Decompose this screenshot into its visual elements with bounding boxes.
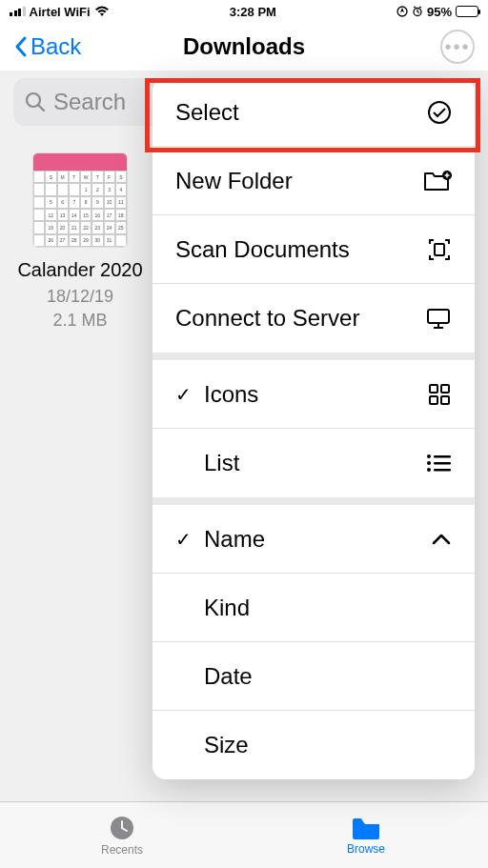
svg-rect-6 xyxy=(428,310,449,323)
scan-icon xyxy=(427,237,452,262)
check-icon: ✓ xyxy=(175,383,196,406)
svg-rect-18 xyxy=(353,818,362,823)
alarm-icon xyxy=(412,6,423,17)
menu-label: Scan Documents xyxy=(175,236,350,263)
tab-label: Recents xyxy=(101,843,143,857)
wifi-icon xyxy=(94,6,110,17)
svg-rect-16 xyxy=(434,469,451,472)
location-icon xyxy=(396,6,408,17)
svg-rect-12 xyxy=(434,455,451,458)
menu-label: Date xyxy=(204,663,253,690)
cellular-signal-icon xyxy=(10,7,26,16)
menu-scan-documents[interactable]: Scan Documents xyxy=(152,215,475,284)
svg-point-3 xyxy=(429,102,450,123)
status-time: 3:28 PM xyxy=(230,5,276,19)
chevron-up-icon xyxy=(431,533,452,546)
menu-separator xyxy=(152,353,475,360)
more-button[interactable]: ••• xyxy=(440,30,475,64)
folder-plus-icon xyxy=(423,170,452,192)
status-bar: Airtel WiFi 3:28 PM 95% xyxy=(0,0,488,23)
file-size: 2.1 MB xyxy=(13,309,147,333)
list-icon xyxy=(425,454,452,473)
file-date: 18/12/19 xyxy=(13,285,147,309)
ellipsis-icon: ••• xyxy=(444,36,470,58)
page-title: Downloads xyxy=(183,33,305,60)
menu-separator xyxy=(152,497,475,505)
menu-label: Kind xyxy=(204,595,250,621)
menu-select[interactable]: Select xyxy=(152,78,475,147)
folder-icon xyxy=(351,816,381,840)
svg-point-15 xyxy=(427,468,431,472)
status-right: 95% xyxy=(396,5,478,19)
carrier-label: Airtel WiFi xyxy=(30,5,91,19)
tab-browse[interactable]: Browse xyxy=(244,802,488,868)
svg-rect-7 xyxy=(430,385,437,393)
menu-sort-name[interactable]: ✓ Name xyxy=(152,505,475,574)
menu-sort-size[interactable]: Size xyxy=(152,711,475,779)
tab-recents[interactable]: Recents xyxy=(0,802,244,868)
check-icon: ✓ xyxy=(175,528,196,551)
status-left: Airtel WiFi xyxy=(10,5,110,19)
grid-icon xyxy=(427,382,452,407)
menu-sort-kind[interactable]: Kind xyxy=(152,574,475,642)
file-thumbnail: SMTWTFS 1234 567891011 12131415161718 19… xyxy=(32,152,128,248)
nav-bar: Back Downloads ••• xyxy=(0,23,488,71)
clock-icon xyxy=(109,815,135,841)
menu-view-icons[interactable]: ✓ Icons xyxy=(152,360,475,429)
menu-label: New Folder xyxy=(175,168,293,194)
check-circle-icon xyxy=(427,100,452,125)
file-item[interactable]: SMTWTFS 1234 567891011 12131415161718 19… xyxy=(13,152,147,371)
battery-icon xyxy=(456,6,478,17)
svg-rect-9 xyxy=(430,396,437,404)
battery-percent: 95% xyxy=(427,5,452,19)
svg-rect-5 xyxy=(435,244,444,255)
menu-label: Connect to Server xyxy=(175,305,359,332)
menu-label: List xyxy=(204,450,239,476)
menu-label: Icons xyxy=(204,381,258,408)
svg-rect-10 xyxy=(441,396,449,404)
search-icon xyxy=(25,91,46,112)
menu-label: Select xyxy=(175,99,239,126)
menu-connect-server[interactable]: Connect to Server xyxy=(152,284,475,353)
tab-bar: Recents Browse xyxy=(0,801,488,868)
menu-label: Name xyxy=(204,526,265,553)
chevron-left-icon xyxy=(13,35,29,58)
menu-sort-date[interactable]: Date xyxy=(152,642,475,711)
search-placeholder: Search xyxy=(53,89,126,115)
file-name: Calander 2020 xyxy=(13,259,147,281)
svg-point-11 xyxy=(427,454,431,458)
menu-view-list[interactable]: List xyxy=(152,429,475,497)
svg-rect-14 xyxy=(434,462,451,465)
menu-new-folder[interactable]: New Folder xyxy=(152,147,475,215)
monitor-icon xyxy=(425,307,452,330)
svg-rect-8 xyxy=(441,385,449,393)
menu-label: Size xyxy=(204,732,249,758)
back-button[interactable]: Back xyxy=(13,33,81,60)
tab-label: Browse xyxy=(347,842,385,856)
svg-point-13 xyxy=(427,461,431,465)
context-menu: Select New Folder Scan Documents Connect… xyxy=(152,78,475,779)
back-label: Back xyxy=(30,33,81,60)
